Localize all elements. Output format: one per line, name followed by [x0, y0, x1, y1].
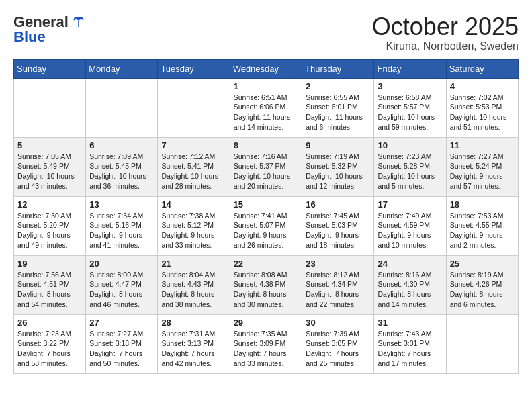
- table-row: 8Sunrise: 7:16 AM Sunset: 5:37 PM Daylig…: [230, 137, 302, 196]
- day-info: Sunrise: 8:19 AM Sunset: 4:26 PM Dayligh…: [450, 270, 515, 310]
- calendar-week-row: 12Sunrise: 7:30 AM Sunset: 5:20 PM Dayli…: [14, 196, 519, 255]
- logo: General Blue: [13, 13, 86, 46]
- day-number: 27: [89, 318, 154, 328]
- location: Kiruna, Norrbotten, Sweden: [372, 40, 519, 52]
- table-row: 28Sunrise: 7:31 AM Sunset: 3:13 PM Dayli…: [158, 314, 230, 373]
- table-row: 19Sunrise: 7:56 AM Sunset: 4:51 PM Dayli…: [14, 255, 86, 314]
- day-info: Sunrise: 7:34 AM Sunset: 5:16 PM Dayligh…: [89, 211, 154, 250]
- day-number: 16: [306, 199, 370, 210]
- calendar-week-row: 19Sunrise: 7:56 AM Sunset: 4:51 PM Dayli…: [14, 255, 519, 314]
- day-info: Sunrise: 7:53 AM Sunset: 4:55 PM Dayligh…: [450, 211, 515, 250]
- table-row: 24Sunrise: 8:16 AM Sunset: 4:30 PM Dayli…: [374, 255, 446, 314]
- logo-text-blue: Blue: [13, 28, 46, 46]
- day-number: 5: [17, 140, 82, 150]
- table-row: 18Sunrise: 7:53 AM Sunset: 4:55 PM Dayli…: [446, 196, 518, 255]
- calendar-week-row: 5Sunrise: 7:05 AM Sunset: 5:49 PM Daylig…: [14, 137, 519, 196]
- table-row: 23Sunrise: 8:12 AM Sunset: 4:34 PM Dayli…: [302, 255, 374, 314]
- day-info: Sunrise: 7:56 AM Sunset: 4:51 PM Dayligh…: [17, 270, 82, 310]
- day-number: 8: [234, 140, 299, 150]
- day-info: Sunrise: 7:39 AM Sunset: 3:05 PM Dayligh…: [306, 329, 370, 369]
- day-info: Sunrise: 7:09 AM Sunset: 5:45 PM Dayligh…: [89, 152, 154, 191]
- table-row: 13Sunrise: 7:34 AM Sunset: 5:16 PM Dayli…: [86, 196, 158, 255]
- day-info: Sunrise: 6:58 AM Sunset: 5:57 PM Dayligh…: [378, 93, 442, 132]
- calendar-week-row: 1Sunrise: 6:51 AM Sunset: 6:06 PM Daylig…: [14, 78, 519, 137]
- title-block: October 2025 Kiruna, Norrbotten, Sweden: [372, 13, 519, 52]
- calendar-table: Sunday Monday Tuesday Wednesday Thursday…: [13, 59, 519, 374]
- day-info: Sunrise: 7:27 AM Sunset: 5:24 PM Dayligh…: [450, 152, 515, 191]
- day-number: 25: [450, 259, 515, 269]
- table-row: 12Sunrise: 7:30 AM Sunset: 5:20 PM Dayli…: [14, 196, 86, 255]
- header-wednesday: Wednesday: [230, 59, 302, 78]
- day-info: Sunrise: 7:16 AM Sunset: 5:37 PM Dayligh…: [234, 152, 299, 191]
- calendar-header-row: Sunday Monday Tuesday Wednesday Thursday…: [14, 59, 519, 78]
- header-saturday: Saturday: [446, 59, 518, 78]
- day-number: 28: [161, 318, 226, 328]
- day-info: Sunrise: 6:51 AM Sunset: 6:06 PM Dayligh…: [234, 93, 299, 132]
- day-number: 19: [17, 259, 82, 269]
- day-number: 1: [234, 81, 299, 91]
- day-number: 31: [378, 318, 442, 328]
- table-row: 25Sunrise: 8:19 AM Sunset: 4:26 PM Dayli…: [446, 255, 518, 314]
- day-info: Sunrise: 7:41 AM Sunset: 5:07 PM Dayligh…: [234, 211, 299, 250]
- day-info: Sunrise: 7:05 AM Sunset: 5:49 PM Dayligh…: [17, 152, 82, 191]
- day-number: 14: [161, 199, 226, 210]
- day-info: Sunrise: 8:04 AM Sunset: 4:43 PM Dayligh…: [161, 270, 226, 310]
- day-info: Sunrise: 6:55 AM Sunset: 6:01 PM Dayligh…: [306, 93, 370, 132]
- day-number: 24: [378, 259, 442, 269]
- day-info: Sunrise: 7:30 AM Sunset: 5:20 PM Dayligh…: [17, 211, 82, 250]
- table-row: [14, 78, 86, 137]
- day-number: 26: [17, 318, 82, 328]
- day-number: 3: [378, 81, 442, 91]
- table-row: [158, 78, 230, 137]
- table-row: 21Sunrise: 8:04 AM Sunset: 4:43 PM Dayli…: [158, 255, 230, 314]
- table-row: 15Sunrise: 7:41 AM Sunset: 5:07 PM Dayli…: [230, 196, 302, 255]
- day-info: Sunrise: 7:38 AM Sunset: 5:12 PM Dayligh…: [161, 211, 226, 250]
- day-number: 11: [450, 140, 515, 150]
- table-row: 29Sunrise: 7:35 AM Sunset: 3:09 PM Dayli…: [230, 314, 302, 373]
- table-row: 6Sunrise: 7:09 AM Sunset: 5:45 PM Daylig…: [86, 137, 158, 196]
- table-row: 31Sunrise: 7:43 AM Sunset: 3:01 PM Dayli…: [374, 314, 446, 373]
- table-row: 2Sunrise: 6:55 AM Sunset: 6:01 PM Daylig…: [302, 78, 374, 137]
- day-info: Sunrise: 7:35 AM Sunset: 3:09 PM Dayligh…: [234, 329, 299, 369]
- day-info: Sunrise: 7:12 AM Sunset: 5:41 PM Dayligh…: [161, 152, 226, 191]
- day-number: 18: [450, 199, 515, 210]
- table-row: [86, 78, 158, 137]
- day-number: 10: [378, 140, 442, 150]
- month-title: October 2025: [372, 13, 519, 40]
- table-row: 1Sunrise: 6:51 AM Sunset: 6:06 PM Daylig…: [230, 78, 302, 137]
- day-number: 6: [89, 140, 154, 150]
- table-row: 4Sunrise: 7:02 AM Sunset: 5:53 PM Daylig…: [446, 78, 518, 137]
- table-row: 14Sunrise: 7:38 AM Sunset: 5:12 PM Dayli…: [158, 196, 230, 255]
- header-friday: Friday: [374, 59, 446, 78]
- day-number: 29: [234, 318, 299, 328]
- day-number: 22: [234, 259, 299, 269]
- page-header: General Blue October 2025 Kiruna, Norrbo…: [13, 13, 519, 52]
- day-info: Sunrise: 7:23 AM Sunset: 3:22 PM Dayligh…: [17, 329, 82, 369]
- day-info: Sunrise: 7:19 AM Sunset: 5:32 PM Dayligh…: [306, 152, 370, 191]
- day-info: Sunrise: 8:00 AM Sunset: 4:47 PM Dayligh…: [89, 270, 154, 310]
- day-number: 12: [17, 199, 82, 210]
- day-info: Sunrise: 7:23 AM Sunset: 5:28 PM Dayligh…: [378, 152, 442, 191]
- day-number: 23: [306, 259, 370, 269]
- day-number: 30: [306, 318, 370, 328]
- table-row: 30Sunrise: 7:39 AM Sunset: 3:05 PM Dayli…: [302, 314, 374, 373]
- day-number: 20: [89, 259, 154, 269]
- day-number: 9: [306, 140, 370, 150]
- table-row: [446, 314, 518, 373]
- table-row: 16Sunrise: 7:45 AM Sunset: 5:03 PM Dayli…: [302, 196, 374, 255]
- day-number: 7: [161, 140, 226, 150]
- day-number: 13: [89, 199, 154, 210]
- day-info: Sunrise: 7:31 AM Sunset: 3:13 PM Dayligh…: [161, 329, 226, 369]
- table-row: 11Sunrise: 7:27 AM Sunset: 5:24 PM Dayli…: [446, 137, 518, 196]
- day-info: Sunrise: 7:45 AM Sunset: 5:03 PM Dayligh…: [306, 211, 370, 250]
- table-row: 22Sunrise: 8:08 AM Sunset: 4:38 PM Dayli…: [230, 255, 302, 314]
- day-info: Sunrise: 7:49 AM Sunset: 4:59 PM Dayligh…: [378, 211, 442, 250]
- day-info: Sunrise: 8:08 AM Sunset: 4:38 PM Dayligh…: [234, 270, 299, 310]
- day-number: 21: [161, 259, 226, 269]
- day-info: Sunrise: 8:16 AM Sunset: 4:30 PM Dayligh…: [378, 270, 442, 310]
- table-row: 27Sunrise: 7:27 AM Sunset: 3:18 PM Dayli…: [86, 314, 158, 373]
- header-tuesday: Tuesday: [158, 59, 230, 78]
- table-row: 26Sunrise: 7:23 AM Sunset: 3:22 PM Dayli…: [14, 314, 86, 373]
- day-number: 2: [306, 81, 370, 91]
- table-row: 20Sunrise: 8:00 AM Sunset: 4:47 PM Dayli…: [86, 255, 158, 314]
